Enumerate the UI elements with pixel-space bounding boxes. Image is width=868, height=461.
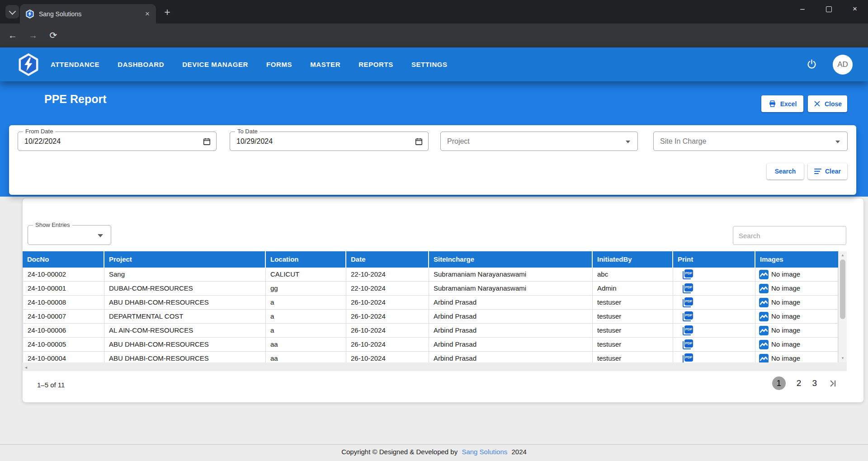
tab-search-button[interactable] xyxy=(5,5,19,19)
nav-item-master[interactable]: MASTER xyxy=(310,61,340,68)
window-close-icon[interactable]: × xyxy=(842,0,868,18)
cell-project: ABU DHABI-COM-RESOURCES xyxy=(104,296,266,310)
cell-print: PDF xyxy=(673,268,755,282)
column-header-docno: DocNo xyxy=(23,251,104,268)
nav-item-forms[interactable]: FORMS xyxy=(266,61,292,68)
navbar-right: AD xyxy=(806,55,853,75)
pdf-print-button[interactable]: PDF xyxy=(682,353,693,362)
excel-button[interactable]: Excel xyxy=(761,95,803,112)
calendar-icon[interactable] xyxy=(203,137,211,146)
no-image-label: No image xyxy=(771,324,800,337)
pagination: 123 xyxy=(772,376,838,390)
last-page-icon xyxy=(828,378,838,389)
printer-icon xyxy=(768,99,777,108)
nav-item-attendance[interactable]: ATTENDANCE xyxy=(51,61,99,68)
column-header-project: Project xyxy=(104,251,266,268)
logout-power-icon[interactable] xyxy=(806,59,817,70)
browser-toolbar: ← → ⟳ Not secure 103.120.178.195:90/Repo… xyxy=(0,24,868,47)
show-entries-select[interactable]: Show Entries xyxy=(28,225,111,245)
nav-item-reports[interactable]: REPORTS xyxy=(359,61,393,68)
cell-print: PDF xyxy=(673,324,755,338)
window-minimize-icon[interactable]: – xyxy=(789,0,816,18)
no-image-label: No image xyxy=(771,296,800,309)
cell-date: 26-10-2024 xyxy=(346,296,429,310)
favicon-logo-icon xyxy=(25,9,34,19)
app-logo[interactable] xyxy=(18,53,39,76)
no-image-label: No image xyxy=(771,352,800,362)
pdf-icon: PDF xyxy=(684,297,693,306)
window-maximize-icon[interactable] xyxy=(816,0,842,18)
report-header-section: PPE Report Excel Close From Date 10/22/2… xyxy=(0,81,868,197)
cell-project: DUBAI-COM-RESOURCES xyxy=(104,282,266,296)
column-header-date: Date xyxy=(346,251,429,268)
browser-tab[interactable]: Sang Solutions × xyxy=(20,4,156,24)
page-button-3[interactable]: 3 xyxy=(812,378,817,388)
cell-siteincharge: Subramaniam Narayanaswami xyxy=(429,282,593,296)
vertical-scrollbar[interactable]: ▲ ▼ xyxy=(838,251,847,362)
cell-docno: 24-10-00001 xyxy=(23,282,104,296)
image-icon xyxy=(759,284,769,293)
filter-card: From Date 10/22/2024 To Date 10/29/2024 xyxy=(9,125,856,195)
cell-print: PDF xyxy=(673,296,755,310)
column-header-initiatedby: InitiatedBy xyxy=(593,251,673,268)
user-avatar[interactable]: AD xyxy=(833,55,853,75)
scroll-up-icon[interactable]: ▲ xyxy=(839,252,847,259)
pdf-print-button[interactable]: PDF xyxy=(682,311,693,322)
cell-print: PDF xyxy=(673,310,755,324)
cell-initiatedby: Admin xyxy=(593,282,673,296)
nav-item-dashboard[interactable]: DASHBOARD xyxy=(118,61,164,68)
pdf-print-button[interactable]: PDF xyxy=(682,283,693,294)
from-date-field[interactable]: From Date 10/22/2024 xyxy=(18,132,217,151)
image-icon xyxy=(759,354,769,363)
vertical-scrollbar-thumb[interactable] xyxy=(840,259,845,319)
cell-location: aa xyxy=(266,352,346,362)
image-icon xyxy=(759,326,769,335)
footer-company-link[interactable]: Sang Solutions xyxy=(462,448,507,456)
project-select[interactable]: Project xyxy=(440,132,638,151)
scroll-down-icon[interactable]: ▼ xyxy=(839,355,847,362)
nav-item-device-manager[interactable]: DEVICE MANAGER xyxy=(182,61,248,68)
filter-search-button[interactable]: Search xyxy=(767,163,804,179)
pdf-print-button[interactable]: PDF xyxy=(682,269,693,280)
cell-siteincharge: Arbind Prasad xyxy=(429,324,593,338)
table-search-input[interactable] xyxy=(733,226,846,245)
pagination-range-label: 1–5 of 11 xyxy=(37,381,65,389)
cell-location: aa xyxy=(266,338,346,352)
forward-icon[interactable]: → xyxy=(25,27,41,43)
pdf-print-button[interactable]: PDF xyxy=(682,339,693,350)
back-icon[interactable]: ← xyxy=(5,27,21,43)
dropdown-caret-icon xyxy=(626,141,630,143)
cell-print: PDF xyxy=(673,352,755,362)
pdf-print-button[interactable]: PDF xyxy=(682,325,693,336)
reload-icon[interactable]: ⟳ xyxy=(45,27,61,43)
page-button-1[interactable]: 1 xyxy=(772,376,786,390)
new-tab-button[interactable]: + xyxy=(161,6,174,19)
nav-item-settings[interactable]: SETTINGS xyxy=(411,61,448,68)
to-date-field[interactable]: To Date 10/29/2024 xyxy=(230,132,429,151)
cell-date: 26-10-2024 xyxy=(346,352,429,362)
page-button-2[interactable]: 2 xyxy=(797,378,802,388)
cell-location: a xyxy=(266,310,346,324)
cell-initiatedby: testuser xyxy=(593,310,673,324)
no-image-label: No image xyxy=(771,282,800,295)
cell-docno: 24-10-00008 xyxy=(23,296,104,310)
table-row: 24-10-00006 AL AIN-COM-RESOURCES a 26-10… xyxy=(23,324,838,338)
image-icon xyxy=(759,340,769,349)
close-button[interactable]: Close xyxy=(808,95,847,112)
site-in-charge-select[interactable]: Site In Charge xyxy=(653,132,848,151)
horizontal-scrollbar[interactable]: ◂ xyxy=(23,362,847,371)
filter-clear-button[interactable]: Clear xyxy=(808,163,847,179)
cell-docno: 24-10-00002 xyxy=(23,268,104,282)
cell-initiatedby: testuser xyxy=(593,324,673,338)
table-row: 24-10-00007 DEPARTMENTAL COST a 26-10-20… xyxy=(23,310,838,324)
tab-close-icon[interactable]: × xyxy=(142,9,152,19)
calendar-icon[interactable] xyxy=(415,137,423,146)
cell-date: 26-10-2024 xyxy=(346,338,429,352)
cell-images: No image xyxy=(755,324,838,338)
scroll-left-icon[interactable]: ◂ xyxy=(25,364,27,369)
dropdown-caret-icon xyxy=(98,234,103,237)
cell-images: No image xyxy=(755,310,838,324)
table-body: 24-10-00002 Sang CALICUT 22-10-2024 Subr… xyxy=(23,268,838,362)
pdf-print-button[interactable]: PDF xyxy=(682,297,693,308)
last-page-button[interactable] xyxy=(828,378,838,389)
